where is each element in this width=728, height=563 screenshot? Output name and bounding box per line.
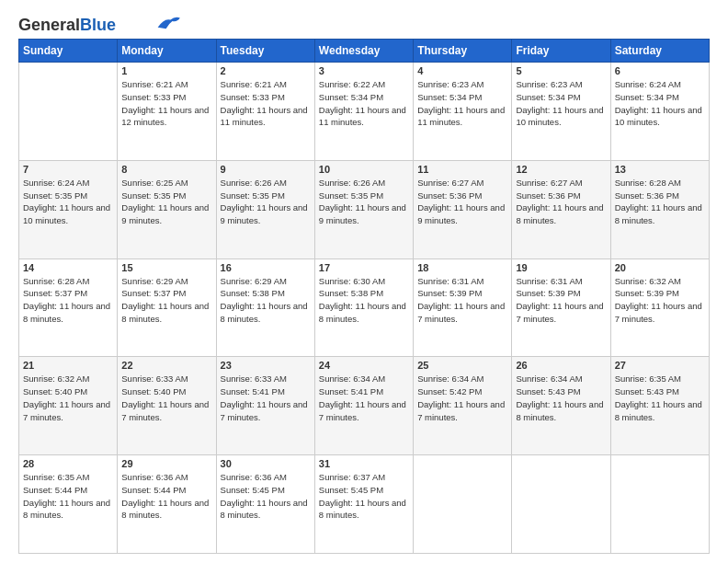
sunrise-text: Sunrise: 6:21 AM <box>221 78 311 91</box>
day-number: 26 <box>516 360 606 371</box>
daylight-text: Daylight: 11 hours and 12 minutes. <box>121 104 211 130</box>
daylight-text: Daylight: 11 hours and 9 minutes. <box>221 201 311 227</box>
day-info: Sunrise: 6:32 AMSunset: 5:39 PMDaylight:… <box>615 275 705 326</box>
day-info: Sunrise: 6:31 AMSunset: 5:39 PMDaylight:… <box>516 275 606 326</box>
weekday-header-monday: Monday <box>118 40 216 63</box>
day-number: 1 <box>121 65 211 76</box>
logo-blue: Blue <box>80 16 116 34</box>
sunset-text: Sunset: 5:45 PM <box>221 484 311 497</box>
daylight-text: Daylight: 11 hours and 9 minutes. <box>121 201 211 227</box>
sunrise-text: Sunrise: 6:34 AM <box>516 373 606 385</box>
daylight-text: Daylight: 11 hours and 7 minutes. <box>319 398 409 424</box>
day-info: Sunrise: 6:33 AMSunset: 5:41 PMDaylight:… <box>221 373 311 423</box>
sunrise-text: Sunrise: 6:37 AM <box>319 471 409 484</box>
sunrise-text: Sunrise: 6:23 AM <box>417 78 507 91</box>
calendar-cell: 24Sunrise: 6:34 AMSunset: 5:41 PMDayligh… <box>314 357 413 455</box>
calendar-cell: 19Sunrise: 6:31 AMSunset: 5:39 PMDayligh… <box>512 259 610 357</box>
sunset-text: Sunset: 5:40 PM <box>121 385 211 398</box>
sunrise-text: Sunrise: 6:21 AM <box>121 78 211 91</box>
daylight-text: Daylight: 11 hours and 8 minutes. <box>516 201 606 227</box>
sunset-text: Sunset: 5:38 PM <box>319 287 409 300</box>
sunset-text: Sunset: 5:35 PM <box>319 190 409 202</box>
sunrise-text: Sunrise: 6:27 AM <box>516 177 606 190</box>
calendar-week-5: 28Sunrise: 6:35 AMSunset: 5:44 PMDayligh… <box>19 455 710 554</box>
weekday-header-saturday: Saturday <box>610 40 709 63</box>
sunset-text: Sunset: 5:39 PM <box>615 287 705 300</box>
sunset-text: Sunset: 5:33 PM <box>121 91 211 104</box>
day-info: Sunrise: 6:37 AMSunset: 5:45 PMDaylight:… <box>319 471 409 522</box>
day-number: 31 <box>319 458 409 469</box>
sunrise-text: Sunrise: 6:28 AM <box>23 275 113 288</box>
day-number: 11 <box>417 164 507 175</box>
daylight-text: Daylight: 11 hours and 8 minutes. <box>319 497 409 523</box>
calendar-week-4: 21Sunrise: 6:32 AMSunset: 5:40 PMDayligh… <box>19 357 710 455</box>
daylight-text: Daylight: 11 hours and 8 minutes. <box>121 300 211 326</box>
day-info: Sunrise: 6:30 AMSunset: 5:38 PMDaylight:… <box>319 275 409 326</box>
daylight-text: Daylight: 11 hours and 8 minutes. <box>221 300 311 326</box>
sunset-text: Sunset: 5:39 PM <box>417 287 507 300</box>
sunrise-text: Sunrise: 6:22 AM <box>319 78 409 91</box>
calendar-cell: 10Sunrise: 6:26 AMSunset: 5:35 PMDayligh… <box>314 160 413 259</box>
sunset-text: Sunset: 5:34 PM <box>516 91 606 104</box>
day-info: Sunrise: 6:35 AMSunset: 5:43 PMDaylight:… <box>615 373 705 423</box>
day-number: 17 <box>319 262 409 273</box>
sunset-text: Sunset: 5:43 PM <box>615 385 705 398</box>
sunrise-text: Sunrise: 6:31 AM <box>516 275 606 288</box>
calendar-cell: 11Sunrise: 6:27 AMSunset: 5:36 PMDayligh… <box>414 160 512 259</box>
calendar-cell: 22Sunrise: 6:33 AMSunset: 5:40 PMDayligh… <box>118 357 216 455</box>
sunrise-text: Sunrise: 6:34 AM <box>319 373 409 385</box>
calendar-cell: 4Sunrise: 6:23 AMSunset: 5:34 PMDaylight… <box>414 63 512 161</box>
sunrise-text: Sunrise: 6:32 AM <box>23 373 113 385</box>
sunrise-text: Sunrise: 6:34 AM <box>417 373 507 385</box>
sunset-text: Sunset: 5:41 PM <box>319 385 409 398</box>
logo-bird-icon <box>154 15 180 31</box>
weekday-header-thursday: Thursday <box>414 40 512 63</box>
calendar-cell: 28Sunrise: 6:35 AMSunset: 5:44 PMDayligh… <box>19 455 118 554</box>
calendar-cell: 7Sunrise: 6:24 AMSunset: 5:35 PMDaylight… <box>19 160 118 259</box>
daylight-text: Daylight: 11 hours and 10 minutes. <box>23 201 113 227</box>
day-info: Sunrise: 6:23 AMSunset: 5:34 PMDaylight:… <box>417 78 507 129</box>
calendar-cell: 18Sunrise: 6:31 AMSunset: 5:39 PMDayligh… <box>414 259 512 357</box>
daylight-text: Daylight: 11 hours and 8 minutes. <box>121 497 211 523</box>
day-info: Sunrise: 6:34 AMSunset: 5:42 PMDaylight:… <box>417 373 507 423</box>
calendar-cell <box>19 63 118 161</box>
daylight-text: Daylight: 11 hours and 11 minutes. <box>221 104 311 130</box>
sunset-text: Sunset: 5:37 PM <box>121 287 211 300</box>
daylight-text: Daylight: 11 hours and 9 minutes. <box>319 201 409 227</box>
daylight-text: Daylight: 11 hours and 10 minutes. <box>516 104 606 130</box>
calendar-cell <box>610 455 709 554</box>
daylight-text: Daylight: 11 hours and 7 minutes. <box>417 300 507 326</box>
calendar-cell: 6Sunrise: 6:24 AMSunset: 5:34 PMDaylight… <box>610 63 709 161</box>
sunset-text: Sunset: 5:41 PM <box>221 385 311 398</box>
day-number: 5 <box>516 65 606 76</box>
day-number: 24 <box>319 360 409 371</box>
daylight-text: Daylight: 11 hours and 8 minutes. <box>319 300 409 326</box>
day-number: 7 <box>23 164 113 175</box>
calendar-cell: 31Sunrise: 6:37 AMSunset: 5:45 PMDayligh… <box>314 455 413 554</box>
sunset-text: Sunset: 5:34 PM <box>615 91 705 104</box>
day-number: 10 <box>319 164 409 175</box>
daylight-text: Daylight: 11 hours and 8 minutes. <box>615 398 705 424</box>
sunrise-text: Sunrise: 6:23 AM <box>516 78 606 91</box>
calendar-cell: 21Sunrise: 6:32 AMSunset: 5:40 PMDayligh… <box>19 357 118 455</box>
calendar-header-row: SundayMondayTuesdayWednesdayThursdayFrid… <box>19 40 710 63</box>
day-info: Sunrise: 6:29 AMSunset: 5:38 PMDaylight:… <box>221 275 311 326</box>
calendar-cell: 13Sunrise: 6:28 AMSunset: 5:36 PMDayligh… <box>610 160 709 259</box>
daylight-text: Daylight: 11 hours and 7 minutes. <box>23 398 113 424</box>
day-number: 27 <box>615 360 705 371</box>
sunrise-text: Sunrise: 6:26 AM <box>319 177 409 190</box>
logo: GeneralBlue <box>18 17 180 33</box>
calendar-cell: 9Sunrise: 6:26 AMSunset: 5:35 PMDaylight… <box>216 160 314 259</box>
day-info: Sunrise: 6:36 AMSunset: 5:45 PMDaylight:… <box>221 471 311 522</box>
day-number: 9 <box>221 164 311 175</box>
sunrise-text: Sunrise: 6:28 AM <box>615 177 705 190</box>
calendar-cell: 17Sunrise: 6:30 AMSunset: 5:38 PMDayligh… <box>314 259 413 357</box>
sunset-text: Sunset: 5:37 PM <box>23 287 113 300</box>
calendar-cell: 26Sunrise: 6:34 AMSunset: 5:43 PMDayligh… <box>512 357 610 455</box>
calendar-cell: 3Sunrise: 6:22 AMSunset: 5:34 PMDaylight… <box>314 63 413 161</box>
sunset-text: Sunset: 5:36 PM <box>615 190 705 202</box>
sunrise-text: Sunrise: 6:31 AM <box>417 275 507 288</box>
day-info: Sunrise: 6:21 AMSunset: 5:33 PMDaylight:… <box>221 78 311 129</box>
calendar-cell: 5Sunrise: 6:23 AMSunset: 5:34 PMDaylight… <box>512 63 610 161</box>
day-number: 15 <box>121 262 211 273</box>
